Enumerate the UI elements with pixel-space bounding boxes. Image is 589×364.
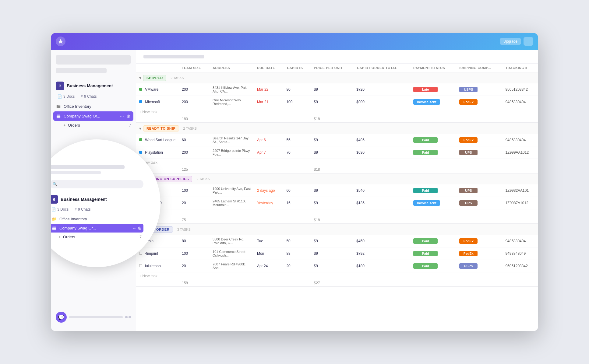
sum-team-size: 180 [179, 116, 210, 123]
row-name: Microsoft [136, 96, 179, 108]
table-row[interactable]: Amazon 100 1900 University Ave, East Pal… [136, 184, 538, 197]
row-team-size: 200 [179, 146, 210, 159]
sidebar-item-actions: ··· ⊕ [119, 113, 131, 119]
table-row[interactable]: VMware 200 3431 Hillview Ave, Palo Alto,… [136, 83, 538, 96]
row-payment-status: Paid [410, 146, 456, 159]
orders-icon: ✦ [63, 123, 66, 128]
row-shipping: FedEx [456, 134, 502, 146]
row-tracking: 1Z9932AA101 [502, 184, 538, 197]
row-tracking: 95051203342 [502, 260, 538, 272]
row-shipping: UPS [456, 184, 502, 197]
chat-bubble-area: 💬 [51, 308, 136, 326]
row-payment-status: Paid [410, 184, 456, 197]
row-name: lululemon [136, 260, 179, 272]
table-row[interactable]: lululemon 20 7007 Friars Rd #900B, San..… [136, 260, 538, 272]
new-task-btn[interactable]: + New task [139, 274, 157, 278]
sidebar-item-orders[interactable]: ✦ Orders 7 [53, 121, 133, 129]
row-price-per-unit: $9 [311, 184, 353, 197]
task-indicator [139, 100, 142, 103]
new-task-row[interactable]: + New task [136, 108, 538, 116]
row-shipping: USPS [456, 260, 502, 272]
top-bar-square-btn[interactable] [524, 37, 533, 46]
more-options-btn[interactable]: ··· [119, 114, 125, 119]
section-toggle-shipped[interactable]: ▾ [139, 75, 141, 80]
task-indicator [139, 252, 142, 255]
hash-icon: # [81, 94, 83, 99]
row-name: 4imprint [136, 247, 179, 260]
section-toggle-ready[interactable]: ▾ [139, 126, 141, 131]
zoom-list-icon [51, 226, 57, 231]
row-address: 101 Commerce Street Oshkosh... [210, 247, 254, 260]
row-tshirts: 15 [283, 197, 311, 209]
upgrade-button[interactable]: Upgrade [500, 38, 521, 45]
zoom-docs-chip[interactable]: 📄 3 Docs [51, 207, 70, 212]
table-row[interactable]: Microsoft 200 One Microsoft Way Redmond,… [136, 96, 538, 108]
zoom-chats-chip[interactable]: # 9 Chats [73, 207, 92, 212]
zoom-sidebar-item-orders[interactable]: ✦ Orders 7 [51, 233, 143, 241]
svg-rect-0 [57, 114, 60, 115]
add-btn[interactable]: ⊕ [126, 113, 131, 119]
sum-team-size: 75 [179, 217, 210, 224]
row-shipping: FedEx [456, 96, 502, 108]
chat-dot-2 [129, 316, 131, 318]
chats-chip[interactable]: # 9 Chats [79, 94, 98, 99]
row-price-per-unit: $9 [311, 146, 353, 159]
section-row-shipped: ▾ SHIPPED 2 TASKS [136, 72, 538, 84]
row-price-per-unit: $9 [311, 247, 353, 260]
zoom-sidebar-item-office[interactable]: 📁 Office Inventory [51, 215, 143, 223]
table-row[interactable]: World Surf League 60 Search Results 147 … [136, 134, 538, 146]
row-shipping: UPS [456, 146, 502, 159]
row-due-date: Apr 7 [254, 146, 284, 159]
row-order-total: $540 [353, 184, 410, 197]
sum-price: $18 [311, 116, 353, 123]
table-row[interactable]: 4imprint 100 101 Commerce Street Oshkosh… [136, 247, 538, 260]
new-task-row[interactable]: + New task [136, 272, 538, 280]
row-tracking: 9485830494 [502, 235, 538, 247]
row-tracking: 1Z999AA1012 [502, 146, 538, 159]
section-row-neworder: ▾ NEW ORDER 3 TASKS [136, 224, 538, 235]
sidebar-item-office-inventory[interactable]: Office Inventory [53, 102, 133, 111]
row-tshirts: 55 [283, 134, 311, 146]
table-row[interactable]: Tesla 80 3500 Deer Creek Rd, Palo Alto, … [136, 235, 538, 247]
row-order-total: $180 [353, 260, 410, 272]
row-team-size: 100 [179, 184, 210, 197]
row-tshirts: 100 [283, 96, 311, 108]
row-tshirts: 88 [283, 247, 311, 260]
main-layout: B Business Management 📄 3 Docs # 9 Chats [51, 50, 538, 331]
zoom-content: 🔍 B Business Management 📄 3 Docs # 9 Cha… [51, 160, 148, 246]
row-name: VMware [136, 83, 179, 96]
sum-team-size: 158 [179, 280, 210, 287]
section-tasks-neworder: 3 TASKS [177, 228, 191, 231]
row-tracking: 1Z9987A1012 [502, 197, 538, 209]
svg-rect-5 [52, 229, 56, 230]
sidebar-item-company-swag[interactable]: Company Swag Or... ··· ⊕ [53, 111, 133, 121]
row-due-date: Mar 21 [254, 96, 284, 108]
new-task-row[interactable]: + New task [136, 209, 538, 217]
col-order-total: T-SHIRT ORDER TOTAL [353, 64, 410, 72]
sidebar-search-bar[interactable] [56, 55, 131, 65]
row-due-date: Mar 22 [254, 83, 284, 96]
row-team-size: 100 [179, 247, 210, 260]
row-price-per-unit: $9 [311, 134, 353, 146]
new-task-row[interactable]: + New task [136, 159, 538, 166]
zoom-sidebar-item-swag[interactable]: Company Swag Or... ··· ⊕ [51, 224, 143, 233]
breadcrumb-bar [143, 55, 204, 58]
new-task-btn[interactable]: + New task [139, 110, 157, 114]
row-team-size: 80 [179, 235, 210, 247]
row-payment-status: Invoice sent [410, 96, 456, 108]
docs-chip[interactable]: 📄 3 Docs [56, 94, 76, 99]
row-name-text: Playstation [145, 150, 163, 155]
zoom-workspace-name: Business Management [61, 197, 107, 202]
chat-icon[interactable]: 💬 [56, 312, 67, 323]
row-price-per-unit: $9 [311, 260, 353, 272]
row-address: 3431 Hillview Ave, Palo Alto, CA... [210, 83, 254, 96]
row-payment-status: Paid [410, 247, 456, 260]
row-due-date: Mon [254, 247, 284, 260]
sum-row: 125 $18 [136, 166, 538, 173]
col-price-per-unit: PRICE PER UNIT [311, 64, 353, 72]
table-row[interactable]: Playstation 200 2207 Bridge-pointe Pkwy … [136, 146, 538, 159]
sum-price: $18 [311, 166, 353, 173]
col-tracking: TRACKING # [502, 64, 538, 72]
table-row[interactable]: Platform 9 20 2465 Latham St #110, Mount… [136, 197, 538, 209]
row-payment-status: Paid [410, 134, 456, 146]
